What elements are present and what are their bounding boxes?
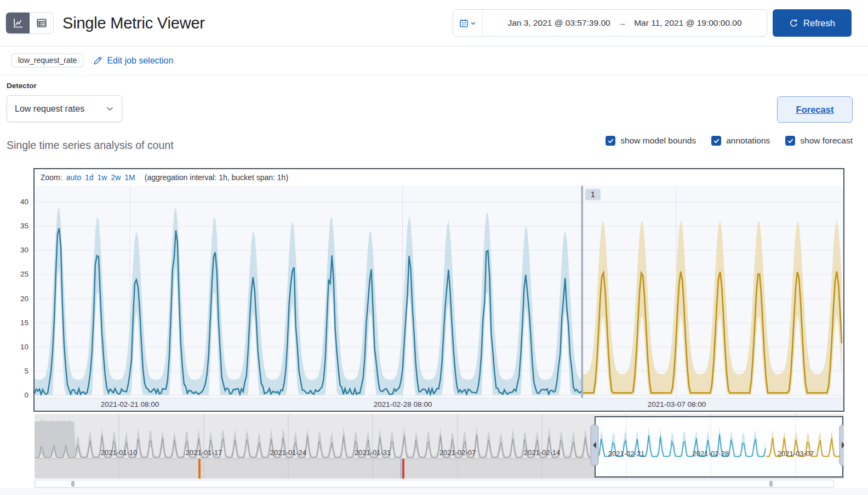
scrollbar-handle-right[interactable] <box>769 481 773 487</box>
scrollbar-handle-left[interactable] <box>71 481 75 487</box>
time-start[interactable]: Jan 3, 2021 @ 03:57:39.00 <box>507 18 610 28</box>
chart-toggles: show model boundsannotationsshow forecas… <box>606 136 853 146</box>
table-icon <box>36 18 47 28</box>
navigator-tick-label: 2021-02-07 <box>439 448 476 457</box>
time-range-picker: Jan 3, 2021 @ 03:57:39.00 → Mar 11, 2021… <box>453 9 767 37</box>
y-tick-label: 25 <box>8 270 28 279</box>
main-chart-container: Zoom:auto1d1w2w1M(aggregation interval: … <box>33 168 844 412</box>
x-tick-label: 2021-02-28 08:00 <box>359 400 447 408</box>
detector-label: Detector <box>7 82 37 90</box>
y-tick-label: 0 <box>8 391 28 400</box>
y-tick-label: 30 <box>8 246 28 255</box>
navigator-selection-window[interactable] <box>595 417 843 477</box>
navigator-tick-label: 2021-01-17 <box>186 448 222 457</box>
toggle-show-forecast[interactable]: show forecast <box>785 136 853 146</box>
annotation-badge[interactable]: 1 <box>585 189 601 200</box>
x-tick-label: 2021-02-21 08:00 <box>86 400 174 408</box>
edit-job-selection-link[interactable]: Edit job selection <box>93 56 173 66</box>
navigator-tick-label: 2021-01-31 <box>355 448 391 457</box>
zoom-link-1d[interactable]: 1d <box>85 173 94 182</box>
main-chart-plot: 1 <box>35 186 843 398</box>
view-toggle-group <box>5 12 54 34</box>
x-tick-label: 2021-03-07 08:00 <box>633 400 721 408</box>
pencil-icon <box>93 56 102 65</box>
header-divider <box>0 46 868 47</box>
zoom-link-2w[interactable]: 2w <box>111 173 121 182</box>
navigator-window-tick-label: 2021-02-28 <box>693 450 729 458</box>
jobbar-divider <box>0 75 868 76</box>
x-axis-band: 2021-02-21 08:002021-02-28 08:002021-03-… <box>35 398 843 411</box>
navigator-chart-svg[interactable]: 2021-01-102021-01-172021-01-242021-01-31… <box>35 413 844 479</box>
navigator-tick-label: 2021-02-14 <box>524 448 561 457</box>
single-metric-viewer-page: Single Metric Viewer Jan 3, 2021 @ 03:57… <box>0 0 868 495</box>
y-tick-label: 10 <box>8 343 28 352</box>
y-tick-label: 40 <box>8 198 28 206</box>
toggle-show-model-bounds[interactable]: show model bounds <box>606 136 696 146</box>
checkbox-checked-icon[interactable] <box>711 136 721 146</box>
zoom-link-1w[interactable]: 1w <box>98 173 107 182</box>
y-tick-label: 5 <box>8 367 28 376</box>
calendar-icon <box>459 19 469 28</box>
job-selection-bar: low_request_rate Edit job selection <box>12 54 173 67</box>
time-range-display: Jan 3, 2021 @ 03:57:39.00 → Mar 11, 2021… <box>483 10 767 36</box>
time-end[interactable]: Mar 11, 2021 @ 19:00:00.00 <box>634 18 741 28</box>
navigator-window-tick-label: 2021-03-07 <box>778 450 814 458</box>
toggle-annotations[interactable]: annotations <box>711 136 770 146</box>
toggle-label: annotations <box>726 136 770 146</box>
page-header: Single Metric Viewer Jan 3, 2021 @ 03:57… <box>5 9 852 37</box>
zoom-controls: Zoom:auto1d1w2w1M(aggregation interval: … <box>35 169 843 186</box>
y-tick-label: 35 <box>8 222 28 231</box>
scrollbar-track[interactable] <box>35 480 834 488</box>
aggregation-note: (aggregation interval: 1h, bucket span: … <box>145 173 288 182</box>
chevron-down-icon <box>470 20 476 26</box>
toggle-label: show forecast <box>800 136 853 146</box>
refresh-button[interactable]: Refresh <box>773 9 852 37</box>
y-tick-label: 20 <box>8 295 28 303</box>
y-tick-label: 15 <box>8 319 28 327</box>
chart-view-button[interactable] <box>6 13 30 33</box>
detector-select[interactable]: Low request rates <box>7 95 122 122</box>
zoom-label: Zoom: <box>41 173 62 182</box>
zoom-link-1M[interactable]: 1M <box>124 173 135 182</box>
refresh-icon <box>789 19 798 28</box>
navigator-window-tick-label: 2021-02-21 <box>608 450 645 458</box>
refresh-label: Refresh <box>803 18 835 28</box>
checkbox-checked-icon[interactable] <box>606 136 615 146</box>
section-title: Single time series analysis of count <box>7 139 174 152</box>
calendar-dropdown-button[interactable] <box>453 10 483 36</box>
table-view-button[interactable] <box>30 13 53 33</box>
checkbox-checked-icon[interactable] <box>785 136 795 146</box>
page-title: Single Metric Viewer <box>62 14 205 32</box>
navigator-tick-label: 2021-01-10 <box>101 448 138 457</box>
zoom-link-auto[interactable]: auto <box>66 173 81 182</box>
navigator-tick-label: 2021-01-24 <box>270 448 307 457</box>
main-chart-svg[interactable] <box>35 186 843 398</box>
forecast-button[interactable]: Forecast <box>777 96 853 123</box>
job-badge: low_request_rate <box>12 54 83 67</box>
arrow-right-icon: → <box>618 18 627 28</box>
edit-job-selection-label: Edit job selection <box>107 56 173 66</box>
chart-line-icon <box>13 18 24 28</box>
chevron-down-icon <box>106 105 114 113</box>
detector-selected-value: Low request rates <box>15 104 106 114</box>
bottom-strip <box>0 488 868 495</box>
toggle-label: show model bounds <box>620 136 696 146</box>
